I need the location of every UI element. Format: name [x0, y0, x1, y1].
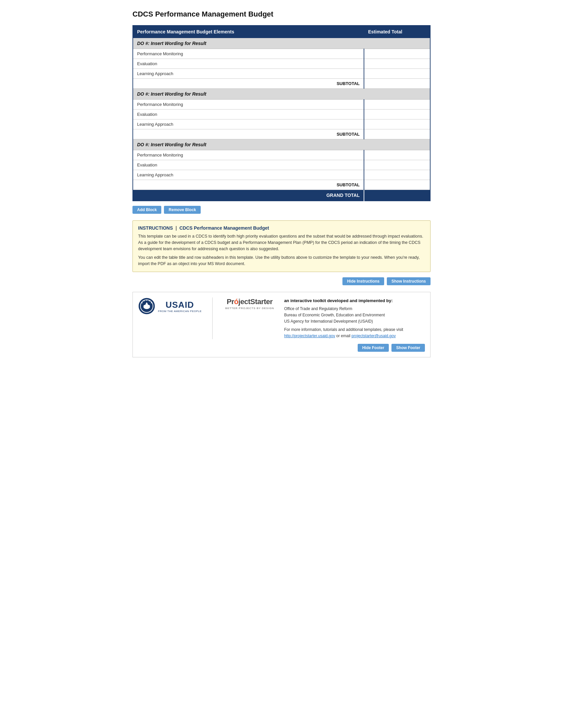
block-header-row-2: DO #: Insert Wording for Result: [133, 139, 430, 150]
usaid-brand-text: USAID: [165, 300, 194, 309]
ps-name-post: jectStarter: [238, 297, 272, 306]
footer-box: USAID FROM THE AMERICAN PEOPLE PrójectSt…: [132, 292, 431, 358]
usaid-seal-icon: [138, 297, 155, 315]
col-header-total: Estimated Total: [364, 25, 430, 38]
row-label-1-2: Learning Approach: [133, 119, 364, 129]
table-row: Performance Monitoring: [133, 100, 430, 110]
block-buttons-row: Add Block Remove Block: [132, 206, 431, 214]
footer-or-email-text: or email: [336, 334, 351, 338]
svg-point-10: [151, 302, 152, 303]
row-value-1-0: [364, 100, 430, 110]
subtotal-value-2: [364, 180, 430, 190]
footer-org1: Office of Trade and Regulatory Reform: [284, 306, 425, 312]
ps-dot: ó: [234, 297, 238, 306]
ps-name: PrójectStarter: [227, 297, 273, 306]
usaid-from-text: FROM THE AMERICAN PEOPLE: [158, 310, 202, 313]
row-value-0-0: [364, 49, 430, 59]
footer-org2: Bureau of Economic Growth, Education and…: [284, 312, 425, 318]
add-block-button[interactable]: Add Block: [132, 206, 161, 214]
block-header-row-1: DO #: Insert Wording for Result: [133, 89, 430, 100]
col-header-elements: Performance Management Budget Elements: [133, 25, 364, 38]
subtotal-label-0: SUBTOTAL: [133, 79, 364, 89]
subtotal-row-2: SUBTOTAL: [133, 180, 430, 190]
block-header-label-0: DO #: Insert Wording for Result: [133, 38, 430, 49]
footer-email-link[interactable]: projectstarter@usaid.gov: [352, 334, 396, 338]
instructions-title: INSTRUCTIONS | CDCS Performance Manageme…: [138, 225, 425, 231]
svg-point-9: [149, 300, 150, 301]
hide-footer-button[interactable]: Hide Footer: [358, 344, 389, 352]
subtotal-row-0: SUBTOTAL: [133, 79, 430, 89]
table-header-row: Performance Management Budget Elements E…: [133, 25, 430, 38]
row-label-1-1: Evaluation: [133, 110, 364, 119]
row-value-2-0: [364, 150, 430, 160]
usaid-text-block: USAID FROM THE AMERICAN PEOPLE: [158, 300, 202, 313]
usaid-logo-area: USAID FROM THE AMERICAN PEOPLE: [138, 297, 202, 316]
grand-total-value: [364, 190, 430, 201]
row-value-1-2: [364, 119, 430, 129]
ps-tagline: BETTER PROJECTS BY DESIGN: [225, 307, 274, 310]
row-label-2-1: Evaluation: [133, 160, 364, 170]
table-row: Learning Approach: [133, 119, 430, 129]
ps-name-pre: Pr: [227, 297, 234, 306]
table-row: Evaluation: [133, 160, 430, 170]
footer-right: an interactive toolkit developed and imp…: [284, 297, 425, 340]
row-value-1-1: [364, 110, 430, 119]
block-header-row-0: DO #: Insert Wording for Result: [133, 38, 430, 49]
row-value-0-1: [364, 59, 430, 69]
row-value-0-2: [364, 69, 430, 79]
show-instructions-button[interactable]: Show Instructions: [387, 277, 431, 285]
projectstarter-logo: PrójectStarter BETTER PROJECTS BY DESIGN: [223, 297, 276, 310]
footer-top: USAID FROM THE AMERICAN PEOPLE PrójectSt…: [138, 297, 425, 340]
table-row: Evaluation: [133, 59, 430, 69]
row-value-2-1: [364, 160, 430, 170]
row-label-1-0: Performance Monitoring: [133, 100, 364, 110]
subtotal-value-0: [364, 79, 430, 89]
table-body: DO #: Insert Wording for Result Performa…: [133, 38, 430, 201]
table-row: Performance Monitoring: [133, 150, 430, 160]
instructions-label: INSTRUCTIONS: [138, 225, 173, 231]
show-footer-button[interactable]: Show Footer: [392, 344, 425, 352]
instructions-buttons-row: Hide Instructions Show Instructions: [132, 277, 431, 285]
table-row: Evaluation: [133, 110, 430, 119]
subtotal-value-1: [364, 129, 430, 139]
svg-point-12: [142, 302, 143, 303]
footer-more-info-text: For more information, tutorials and addi…: [284, 327, 403, 332]
svg-point-8: [146, 299, 147, 300]
subtotal-label-1: SUBTOTAL: [133, 129, 364, 139]
instructions-separator: |: [175, 225, 177, 231]
footer-buttons-row: Hide Footer Show Footer: [138, 344, 425, 352]
developed-by: an interactive toolkit developed and imp…: [284, 297, 425, 304]
table-row: Learning Approach: [133, 170, 430, 180]
instructions-paragraph-2: You can edit the table title and row sub…: [138, 254, 425, 267]
instructions-paragraph-1: This template can be used in a CDCS to i…: [138, 233, 425, 252]
subtotal-row-1: SUBTOTAL: [133, 129, 430, 139]
block-header-label-1: DO #: Insert Wording for Result: [133, 89, 430, 100]
table-row: Performance Monitoring: [133, 49, 430, 59]
hide-instructions-button[interactable]: Hide Instructions: [343, 277, 384, 285]
row-label-0-1: Evaluation: [133, 59, 364, 69]
svg-point-7: [146, 303, 148, 305]
footer-divider: [212, 297, 212, 340]
svg-point-11: [144, 300, 145, 301]
row-label-0-0: Performance Monitoring: [133, 49, 364, 59]
instructions-box: INSTRUCTIONS | CDCS Performance Manageme…: [132, 220, 431, 272]
subtotal-label-2: SUBTOTAL: [133, 180, 364, 190]
block-header-label-2: DO #: Insert Wording for Result: [133, 139, 430, 150]
remove-block-button[interactable]: Remove Block: [164, 206, 201, 214]
table-row: Learning Approach: [133, 69, 430, 79]
row-value-2-2: [364, 170, 430, 180]
grand-total-label: GRAND TOTAL: [133, 190, 364, 201]
page-title: CDCS Performance Management Budget: [132, 10, 431, 19]
grand-total-row: GRAND TOTAL: [133, 190, 430, 201]
budget-table: Performance Management Budget Elements E…: [132, 25, 431, 201]
instructions-doc-title: CDCS Performance Management Budget: [179, 225, 269, 231]
footer-more-info: For more information, tutorials and addi…: [284, 327, 425, 339]
footer-org3: US Agency for International Development …: [284, 318, 425, 325]
row-label-2-2: Learning Approach: [133, 170, 364, 180]
row-label-2-0: Performance Monitoring: [133, 150, 364, 160]
row-label-0-2: Learning Approach: [133, 69, 364, 79]
footer-website-link[interactable]: http://projectstarter.usaid.gov: [284, 334, 335, 338]
